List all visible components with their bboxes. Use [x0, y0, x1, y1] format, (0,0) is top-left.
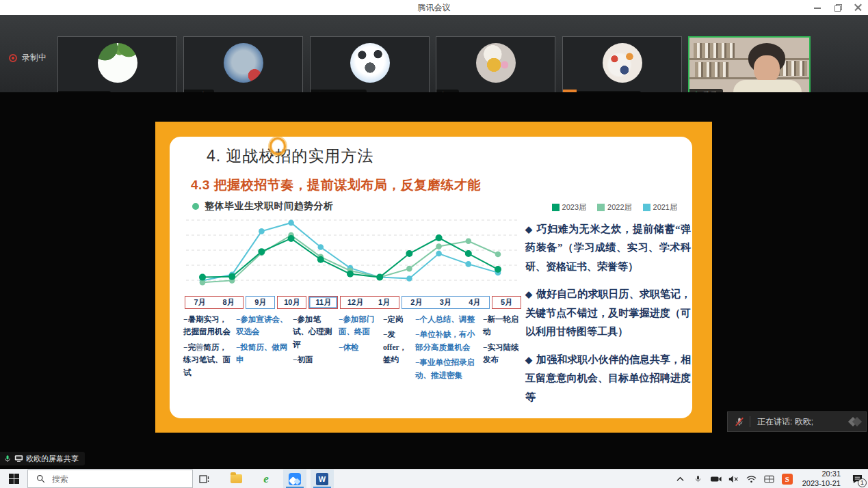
tip-text: 巧妇难为无米之炊，提前储蓄“弹药装备”（学习成绩、实习、学术科研、资格证书、荣誉…: [525, 223, 691, 272]
notification-center-button[interactable]: 1: [849, 470, 865, 488]
month-label: 3月: [431, 297, 460, 308]
month-label: 2月: [402, 297, 431, 308]
slide-subtitle: 4.3 把握校招节奏，提前谋划布局，反复磨练才能: [191, 176, 481, 194]
notification-badge: 1: [858, 478, 867, 487]
input-method-icon[interactable]: [763, 470, 776, 488]
month-label: 9月: [246, 297, 274, 308]
tray-camera-icon[interactable]: [709, 470, 723, 488]
phase-note: −参加笔试、心理测评: [293, 313, 335, 351]
month-label: 1月: [370, 297, 399, 308]
window-title: 腾讯会议: [418, 2, 451, 14]
tip-text: 做好自己的求职日历、求职笔记，关键节点不错过，及时掌握进度（可以利用甘特图等工具…: [525, 288, 691, 337]
phase-column: −参加宣讲会、双选会−投简历、做网申: [236, 313, 289, 384]
task-view-icon: [199, 474, 210, 485]
chart-header: 整体毕业生求职时间趋势分析: [192, 200, 334, 213]
slide-card: 4. 迎战校招的实用方法 4.3 把握校招节奏，提前谋划布局，反复磨练才能 整体…: [170, 137, 692, 418]
tray-time: 20:31: [802, 470, 841, 478]
legend-item: 2021届: [643, 202, 677, 213]
month-group-box: 7月8月: [185, 296, 244, 309]
phase-note: −定岗: [383, 313, 412, 325]
avatar: [224, 43, 263, 83]
chart-legend: 2023届 2022届 2021届: [552, 202, 677, 213]
tray-clock[interactable]: 20:31 2023-10-21: [798, 470, 845, 487]
month-group-box: 11月: [308, 296, 338, 309]
close-icon[interactable]: [854, 3, 863, 12]
phase-note: −完善简历，练习笔试、面试: [183, 341, 233, 379]
screen-share-indicator[interactable]: 欧欧的屏幕共享: [0, 452, 85, 465]
month-group-box: 10月: [277, 296, 306, 309]
month-label: 5月: [492, 297, 521, 308]
system-tray: S 20:31 2023-10-21 1: [674, 470, 868, 488]
phase-note: −参加部门面、终面: [339, 313, 380, 338]
legend-label: 2023届: [562, 202, 586, 213]
start-button[interactable]: [0, 470, 27, 488]
tips-panel: ◆巧妇难为无米之炊，提前储蓄“弹药装备”（学习成绩、实习、学术科研、资格证书、荣…: [525, 220, 691, 416]
month-label: 12月: [341, 297, 369, 308]
hidden-icons-chevron[interactable]: [674, 470, 687, 488]
phase-column: −参加部门面、终面−体检: [339, 313, 380, 384]
volume-muted-icon[interactable]: [727, 470, 741, 488]
phase-column: −参加笔试、心理测评−初面: [293, 313, 335, 384]
slide-title: 4. 迎战校招的实用方法: [207, 146, 374, 167]
search-icon: [36, 474, 45, 483]
legend-label: 2021届: [653, 202, 677, 213]
avatar: [476, 43, 516, 83]
phase-column: −定岗−发offer，签约: [383, 313, 412, 384]
taskbar: e W S 20:31 2023-10-21: [0, 469, 868, 488]
phase-note: −暑期实习，把握留用机会: [183, 313, 233, 338]
speaking-label: 正在讲话: 欧欧;: [757, 416, 813, 428]
restore-icon[interactable]: [834, 3, 842, 12]
sogou-input-icon[interactable]: S: [780, 470, 794, 488]
wifi-icon[interactable]: [745, 470, 759, 488]
tencent-meeting-button[interactable]: [283, 470, 306, 488]
phase-note: −体检: [339, 341, 380, 353]
tray-date: 2023-10-21: [802, 479, 841, 488]
tip-bullet: ◆做好自己的求职日历、求职笔记，关键节点不错过，及时掌握进度（可以利用甘特图等工…: [525, 285, 691, 341]
share-label: 欧欧的屏幕共享: [26, 454, 79, 464]
month-group-box: 9月: [246, 296, 275, 309]
phase-notes-row: −暑期实习，把握留用机会−完善简历，练习笔试、面试−参加宣讲会、双选会−投简历、…: [183, 313, 524, 384]
file-explorer-button[interactable]: [224, 470, 248, 488]
month-label: 11月: [309, 297, 337, 308]
legend-swatch-2023: [552, 204, 560, 211]
folder-icon: [231, 474, 242, 483]
search-input[interactable]: [52, 474, 155, 484]
tray-mic-icon[interactable]: [692, 470, 705, 488]
mic-active-icon: [3, 455, 12, 463]
legend-swatch-2022: [597, 204, 605, 211]
diamond-bullet-icon: ◆: [525, 355, 532, 365]
phase-note: −新一轮启动: [483, 313, 525, 338]
month-label: 10月: [278, 297, 306, 308]
taskbar-search[interactable]: [27, 470, 193, 488]
month-label: 8月: [214, 297, 243, 308]
task-view-button[interactable]: [193, 470, 216, 488]
highlight-ring-annotation: [269, 137, 286, 155]
month-group-box: 5月: [492, 296, 521, 309]
tencent-meeting-icon: [289, 473, 301, 485]
legend-label: 2022届: [607, 202, 631, 213]
tip-bullet: ◆加强和求职小伙伴的信息共享，相互留意意向机会、目标单位招聘进度等: [525, 351, 691, 407]
phase-note: −个人总结、调整: [415, 313, 479, 325]
internet-explorer-button[interactable]: e: [254, 470, 278, 488]
legend-item: 2023届: [552, 202, 586, 213]
windows-logo-icon: [9, 474, 19, 484]
recording-indicator: 录制中: [9, 52, 47, 64]
divider: [750, 416, 750, 427]
phase-note: −初面: [293, 353, 335, 366]
recording-dot-icon: [9, 54, 17, 62]
participant-strip: 录制中 CUFE-ww 李志远 一下一下一 冉曼: [0, 15, 868, 92]
word-icon: W: [316, 473, 328, 485]
word-button[interactable]: W: [311, 470, 334, 488]
screen-icon: [14, 455, 23, 463]
phase-note: −参加宣讲会、双选会: [236, 313, 289, 338]
phase-note: −事业单位招录启动、推进密集: [415, 356, 479, 381]
month-axis-row: 7月8月9月10月11月12月1月2月3月4月5月: [185, 296, 521, 309]
phase-column: −暑期实习，把握留用机会−完善简历，练习笔试、面试: [183, 313, 233, 384]
active-speaker-panel: 正在讲话: 欧欧;: [727, 411, 867, 432]
ie-icon: e: [263, 472, 269, 486]
chart-title: 整体毕业生求职时间趋势分析: [205, 200, 334, 213]
phase-note: −实习陆续发布: [483, 341, 525, 366]
chart-bullet-icon: [192, 203, 199, 210]
minimize-icon[interactable]: [813, 3, 821, 12]
phase-note: −投简历、做网申: [236, 341, 289, 366]
